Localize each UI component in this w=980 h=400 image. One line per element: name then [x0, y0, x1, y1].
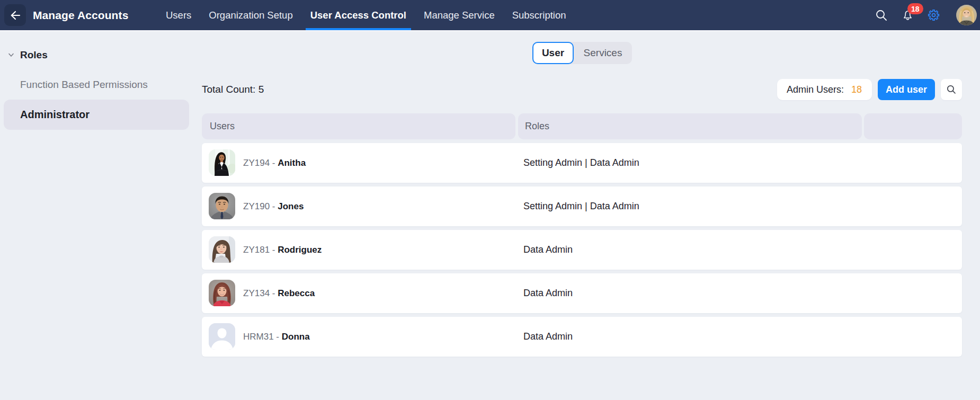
user-name: Rodriguez: [278, 245, 322, 255]
admin-users-count: 18: [851, 84, 862, 95]
nav-item[interactable]: Users: [166, 0, 191, 30]
add-user-button[interactable]: Add user: [878, 79, 935, 100]
sidebar-item-function-based-permissions[interactable]: Function Based Permissions: [20, 79, 148, 91]
user-id: ZY194: [243, 158, 270, 168]
back-button[interactable]: [4, 4, 26, 26]
column-header-roles: Roles: [518, 113, 862, 139]
user-cell: ZY134 - Rebecca: [243, 273, 315, 313]
topbar-search-icon[interactable]: [875, 9, 888, 24]
column-header-actions: [864, 113, 962, 139]
user-name: Anitha: [278, 158, 306, 168]
table-search-button[interactable]: [941, 79, 962, 100]
roles-cell: Setting Admin | Data Admin: [523, 186, 639, 226]
row-user-avatar: [209, 193, 235, 219]
user-cell: ZY181 - Rodriguez: [243, 230, 322, 270]
sidebar-item-administrator[interactable]: Administrator: [4, 100, 189, 130]
user-id: ZY190: [243, 201, 270, 212]
user-id: HRM31: [243, 332, 274, 342]
table-row[interactable]: HRM31 - Donna Data Admin: [202, 317, 962, 357]
topbar: Manage Accounts Users Organization Setup…: [0, 0, 980, 31]
notification-count-badge[interactable]: 18: [907, 3, 923, 14]
row-user-avatar: [209, 280, 235, 306]
table-row[interactable]: ZY134 - Rebecca Data Admin: [202, 273, 962, 313]
admin-users-pill[interactable]: Admin Users: 18: [777, 79, 872, 100]
roles-cell: Data Admin: [523, 230, 573, 270]
table-row[interactable]: ZY181 - Rodriguez Data Admin: [202, 230, 962, 270]
row-user-avatar: [209, 236, 235, 263]
user-id: ZY134: [243, 288, 270, 299]
roles-cell: Data Admin: [523, 317, 573, 357]
row-user-avatar: [209, 323, 235, 350]
total-count-value: 5: [259, 84, 264, 95]
user-id: ZY181: [243, 245, 270, 255]
user-services-toggle: User Services: [532, 42, 632, 64]
row-user-avatar: [209, 149, 235, 176]
user-name: Rebecca: [278, 288, 315, 299]
nav-item[interactable]: Manage Service: [424, 0, 495, 30]
total-count: Total Count: 5: [202, 79, 264, 100]
search-icon: [946, 84, 957, 95]
user-cell: HRM31 - Donna: [243, 317, 310, 357]
nav-item[interactable]: User Access Control: [310, 0, 406, 30]
toggle-option-services[interactable]: Services: [574, 42, 632, 64]
user-name: Donna: [282, 332, 310, 342]
table-row[interactable]: ZY194 - Anitha Setting Admin | Data Admi…: [202, 143, 962, 183]
roles-cell: Setting Admin | Data Admin: [523, 143, 639, 183]
sidebar-group-roles[interactable]: Roles: [0, 48, 48, 63]
back-arrow-icon: [9, 9, 22, 22]
user-avatar[interactable]: [956, 5, 977, 25]
user-name: Jones: [278, 201, 304, 212]
settings-gear-icon[interactable]: [928, 9, 940, 23]
top-navigation: Users Organization Setup User Access Con…: [166, 0, 584, 30]
toggle-option-user[interactable]: User: [532, 42, 574, 64]
nav-item[interactable]: Organization Setup: [209, 0, 292, 30]
user-cell: ZY194 - Anitha: [243, 143, 306, 183]
column-header-users: Users: [202, 113, 515, 139]
nav-item[interactable]: Subscription: [512, 0, 566, 30]
table-row[interactable]: ZY190 - Jones Setting Admin | Data Admin: [202, 186, 962, 226]
user-cell: ZY190 - Jones: [243, 186, 304, 226]
roles-cell: Data Admin: [523, 273, 573, 313]
page-title: Manage Accounts: [33, 0, 128, 30]
chevron-down-icon: [8, 52, 14, 58]
